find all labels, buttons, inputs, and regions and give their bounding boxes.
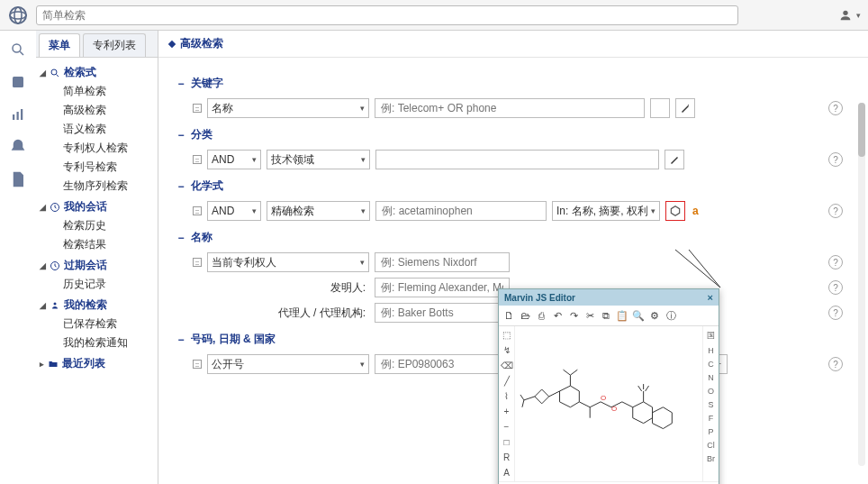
erase-tool-icon[interactable]: ⌫: [501, 361, 513, 370]
classify-input[interactable]: [375, 150, 659, 169]
editor-toolbar: 🗋 🗁 ⎙ ↶ ↷ ✂ ⧉ 📋 🔍 ⚙ ⓘ: [499, 306, 719, 326]
atom-btn[interactable]: O: [708, 387, 714, 396]
assignee-input[interactable]: [375, 252, 510, 272]
pdf-rail-icon[interactable]: [10, 171, 26, 187]
tree-item[interactable]: 高级检索: [40, 101, 154, 120]
help-icon[interactable]: ?: [828, 255, 843, 269]
tab-menu[interactable]: 菜单: [39, 33, 80, 57]
tree-head-session[interactable]: ◢我的会话: [40, 197, 154, 216]
wand-button[interactable]: [675, 98, 695, 118]
tree-item[interactable]: 专利权人检索: [40, 139, 154, 158]
new-icon[interactable]: 🗋: [502, 309, 515, 322]
inventor-input[interactable]: [375, 278, 510, 297]
tree-item[interactable]: 检索结果: [40, 235, 154, 254]
svg-point-0: [10, 7, 26, 23]
scrollbar[interactable]: [858, 103, 865, 466]
atom-btn[interactable]: C: [708, 360, 714, 369]
bell-rail-icon[interactable]: [10, 139, 26, 155]
tree-head-mysearch[interactable]: ◢我的检索: [40, 296, 154, 315]
tree-head-expired[interactable]: ◢过期会话: [40, 256, 154, 275]
pubnum-input[interactable]: [375, 354, 510, 374]
editor-left-tools: ⬚ ↯ ⌫ ╱ ⌇ + − □ R A: [499, 326, 515, 481]
open-icon[interactable]: 🗁: [519, 309, 531, 322]
undo-icon[interactable]: ↶: [551, 309, 564, 322]
drag-handle-icon[interactable]: [193, 104, 202, 113]
close-icon[interactable]: ×: [708, 292, 713, 303]
atom-btn[interactable]: H: [708, 346, 714, 355]
editor-titlebar[interactable]: Marvin JS Editor ×: [499, 289, 719, 306]
keyword-input[interactable]: [375, 98, 645, 118]
lasso-tool-icon[interactable]: ↯: [503, 345, 511, 355]
atom-btn[interactable]: F: [709, 414, 714, 423]
redo-icon[interactable]: ↷: [567, 309, 580, 322]
bond-tool-icon[interactable]: ╱: [504, 376, 510, 386]
molecule-drawing: O O: [515, 326, 702, 452]
chem-input[interactable]: [375, 201, 547, 221]
r-tool-icon[interactable]: R: [503, 452, 510, 462]
scrollbar-thumb[interactable]: [858, 103, 865, 157]
text-tool-icon[interactable]: A: [503, 468, 510, 478]
plus-tool-icon[interactable]: +: [504, 406, 510, 416]
search-rail-icon[interactable]: [10, 41, 26, 58]
settings-icon[interactable]: ⚙: [648, 309, 661, 322]
tree-item[interactable]: 检索历史: [40, 216, 154, 235]
zoom-icon[interactable]: 🔍: [632, 309, 645, 322]
select-tool-icon[interactable]: ⬚: [502, 330, 511, 340]
tab-patent-list[interactable]: 专利列表: [83, 33, 146, 57]
chart-rail-icon[interactable]: [10, 106, 26, 123]
atom-btn[interactable]: P: [708, 427, 713, 436]
drag-handle-icon[interactable]: [193, 206, 202, 215]
keyword-field-select[interactable]: 名称▾: [207, 98, 369, 118]
user-menu[interactable]: ▾: [838, 8, 861, 23]
hexagon-icon: [669, 205, 682, 217]
extra-box[interactable]: [650, 98, 670, 118]
tree-item[interactable]: 我的检索通知: [40, 333, 154, 352]
classify-field-select[interactable]: 技术领域▾: [267, 150, 370, 169]
clock-icon: [50, 202, 60, 213]
classify-op-select[interactable]: AND▾: [207, 150, 261, 169]
help-icon[interactable]: ?: [828, 306, 843, 320]
atom-btn[interactable]: S: [708, 400, 713, 409]
help-icon[interactable]: ?: [828, 204, 843, 218]
chem-field-select[interactable]: 精确检索▾: [267, 201, 370, 221]
tree-item[interactable]: 语义检索: [40, 120, 154, 139]
help-icon[interactable]: ?: [828, 357, 843, 371]
notes-rail-icon[interactable]: [10, 74, 26, 90]
chem-op-select[interactable]: AND▾: [207, 201, 261, 221]
atom-btn[interactable]: Br: [707, 454, 715, 463]
tree-item[interactable]: 专利号检索: [40, 158, 154, 177]
drag-handle-icon[interactable]: [193, 155, 202, 164]
tree-item[interactable]: 简单检索: [40, 82, 154, 101]
chem-in-select[interactable]: In: 名称, 摘要, 权利要求▾: [552, 201, 660, 221]
tree-head-search[interactable]: ◢检索式: [40, 63, 154, 82]
help-icon[interactable]: ?: [828, 152, 843, 167]
chain-tool-icon[interactable]: ⌇: [504, 391, 509, 401]
drag-handle-icon[interactable]: [193, 360, 202, 369]
editor-canvas[interactable]: O O: [515, 326, 702, 452]
code-field-select[interactable]: 公开号▾: [207, 354, 369, 374]
svg-rect-7: [13, 114, 14, 120]
help-icon[interactable]: ?: [828, 101, 843, 115]
save-icon[interactable]: ⎙: [535, 309, 547, 322]
copy-icon[interactable]: ⧉: [600, 309, 612, 322]
info-icon[interactable]: ⓘ: [665, 309, 677, 322]
tree-item[interactable]: 已保存检索: [40, 315, 154, 333]
minus-tool-icon[interactable]: −: [504, 422, 510, 432]
atom-btn[interactable]: Cl: [707, 441, 715, 450]
cut-icon[interactable]: ✂: [583, 309, 596, 322]
atom-btn[interactable]: 国: [707, 330, 715, 342]
tree-item[interactable]: 生物序列检索: [40, 177, 154, 196]
svg-marker-16: [671, 206, 679, 216]
drag-handle-icon[interactable]: [193, 258, 202, 267]
tree-head-recent[interactable]: ▸最近列表: [40, 354, 154, 373]
agent-input[interactable]: [375, 303, 510, 323]
help-icon[interactable]: ?: [828, 280, 843, 295]
tree-item[interactable]: 历史记录: [40, 275, 154, 294]
atom-btn[interactable]: N: [708, 373, 714, 382]
wand-button[interactable]: [665, 150, 684, 169]
charge-tool-icon[interactable]: □: [503, 437, 509, 447]
paste-icon[interactable]: 📋: [616, 309, 628, 322]
name-field-select[interactable]: 当前专利权人▾: [207, 252, 369, 272]
structure-editor-button[interactable]: [665, 201, 685, 221]
global-search-input[interactable]: [36, 5, 738, 25]
